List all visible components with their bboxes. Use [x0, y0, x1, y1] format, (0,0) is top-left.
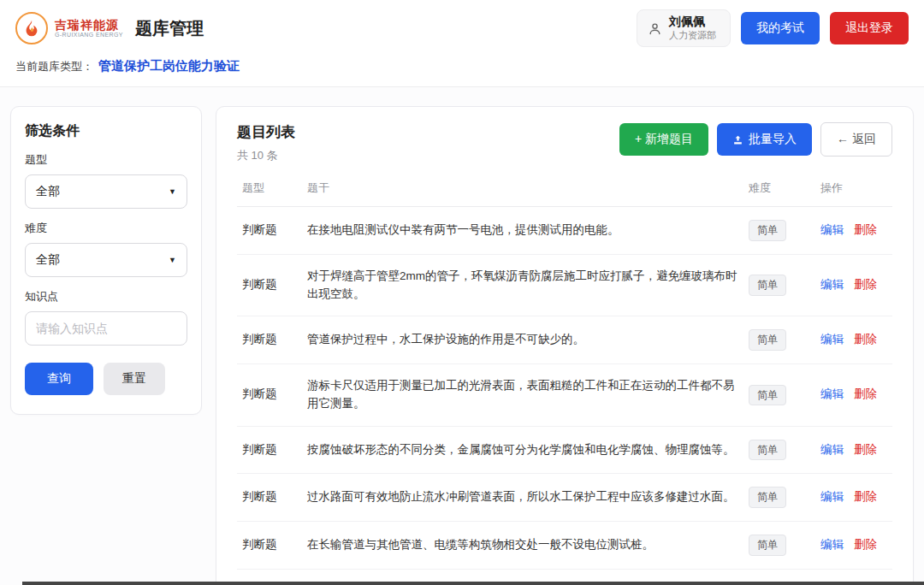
brand-subtitle: G-RUIXIANG ENERGY: [55, 32, 123, 38]
column-header-stem: 题干: [302, 170, 743, 207]
cell-question-type: 判断题: [237, 254, 302, 316]
cell-question-stem: 按腐蚀破坏形态的不同分类，金属腐蚀可分为化学腐蚀和电化学腐蚀、物理腐蚀等。: [302, 426, 743, 474]
batch-import-label: 批量导入: [749, 132, 797, 147]
brand-name: 吉瑞祥能源: [55, 18, 123, 32]
user-department: 人力资源部: [669, 30, 716, 42]
difficulty-badge: 简单: [749, 440, 786, 461]
question-type-selected-value: 全部: [36, 184, 60, 199]
table-row: 判断题 游标卡尺仅适用于测量已加工的光滑表面，表面粗糙的工件和正在运动的工件都不…: [237, 364, 892, 427]
upload-icon: [732, 134, 743, 145]
question-type-select[interactable]: 全部 ▼: [25, 174, 187, 209]
back-button[interactable]: ← 返回: [820, 122, 892, 157]
logout-button[interactable]: 退出登录: [830, 12, 909, 44]
table-row: 判断题 在长输管道与其他管道、电缆等构筑物相交处一般不设电位测试桩。 简单 编辑…: [237, 522, 892, 570]
cell-question-type: 判断题: [237, 474, 302, 522]
delete-link[interactable]: 删除: [854, 387, 877, 400]
column-header-type: 题型: [237, 170, 302, 207]
cell-question-stem: 管道保护过程中，水工保护设施的作用是不可缺少的。: [302, 316, 743, 364]
difficulty-selected-value: 全部: [36, 252, 60, 268]
column-header-difficulty: 难度: [743, 170, 815, 207]
column-header-operations: 操作: [815, 170, 892, 207]
cell-question-stem: 游标卡尺仅适用于测量已加工的光滑表面，表面粗糙的工件和正在运动的工件都不易用它测…: [302, 364, 743, 427]
cell-question-type: 判断题: [237, 522, 302, 570]
page: 吉瑞祥能源 G-RUIXIANG ENERGY 题库管理 刘佩佩 人力资源部 我…: [0, 0, 924, 585]
knowledge-point-label: 知识点: [25, 289, 187, 304]
breadcrumb: 当前题库类型： 管道保护工岗位能力验证: [0, 53, 924, 87]
question-table: 题型 题干 难度 操作 判断题 在接地电阻测试仪中装有两节一号电池，提供测试用的…: [237, 170, 892, 585]
my-exams-button[interactable]: 我的考试: [741, 12, 820, 44]
difficulty-badge: 简单: [749, 275, 786, 296]
knowledge-point-input[interactable]: [25, 311, 187, 346]
list-count: 共 10 条: [237, 148, 295, 163]
window-bottom-edge: [22, 582, 924, 585]
cell-question-type: 判断题: [237, 364, 302, 427]
difficulty-badge: 简单: [749, 220, 786, 241]
flame-logo-icon: [15, 12, 48, 44]
table-row: 判断题 管道保护过程中，水工保护设施的作用是不可缺少的。 简单 编辑删除: [237, 316, 892, 364]
filter-panel: 筛选条件 题型 全部 ▼ 难度 全部 ▼ 知识点 查询 重置: [10, 106, 202, 415]
query-button[interactable]: 查询: [25, 363, 93, 395]
delete-link[interactable]: 删除: [854, 223, 877, 236]
delete-link[interactable]: 删除: [854, 278, 877, 291]
filter-title: 筛选条件: [25, 122, 187, 140]
app-header: 吉瑞祥能源 G-RUIXIANG ENERGY 题库管理 刘佩佩 人力资源部 我…: [0, 0, 924, 53]
brand-logo: 吉瑞祥能源 G-RUIXIANG ENERGY: [15, 12, 123, 44]
reset-button[interactable]: 重置: [104, 363, 165, 395]
add-question-button[interactable]: + 新增题目: [619, 123, 708, 156]
cell-question-type: 判断题: [237, 207, 302, 255]
edit-link[interactable]: 编辑: [820, 443, 844, 456]
delete-link[interactable]: 删除: [854, 490, 877, 503]
list-action-buttons: + 新增题目 批量导入 ← 返回: [619, 122, 892, 157]
difficulty-badge: 简单: [749, 329, 786, 351]
question-table-head: 题型 题干 难度 操作: [237, 170, 892, 207]
header-actions: 刘佩佩 人力资源部 我的考试 退出登录: [637, 9, 909, 46]
cell-question-stem: 对于焊缝高于管壁2mm的管子，环氧煤沥青防腐层施工时应打腻子，避免缠玻璃布时出现…: [302, 254, 743, 316]
chevron-down-icon: ▼: [169, 187, 176, 196]
difficulty-label: 难度: [25, 221, 187, 236]
list-title: 题目列表: [237, 122, 295, 142]
difficulty-badge: 简单: [749, 535, 786, 556]
content-area: 筛选条件 题型 全部 ▼ 难度 全部 ▼ 知识点 查询 重置 题目列表: [0, 87, 924, 585]
delete-link[interactable]: 删除: [854, 333, 877, 346]
breadcrumb-label: 当前题库类型：: [15, 59, 93, 74]
user-info-chip[interactable]: 刘佩佩 人力资源部: [637, 9, 731, 46]
brand-text: 吉瑞祥能源 G-RUIXIANG ENERGY: [55, 18, 123, 38]
table-row: 判断题 在接地电阻测试仪中装有两节一号电池，提供测试用的电能。 简单 编辑删除: [237, 207, 892, 255]
edit-link[interactable]: 编辑: [820, 278, 844, 291]
edit-link[interactable]: 编辑: [820, 223, 844, 236]
delete-link[interactable]: 删除: [854, 538, 877, 551]
question-type-label: 题型: [25, 152, 187, 168]
difficulty-select[interactable]: 全部 ▼: [25, 243, 187, 277]
question-list-panel: 题目列表 共 10 条 + 新增题目 批量导入 ← 返回: [216, 106, 914, 585]
chevron-down-icon: ▼: [169, 256, 176, 264]
page-title: 题库管理: [135, 17, 204, 40]
difficulty-badge: 简单: [749, 385, 786, 406]
cell-question-type: 判断题: [237, 316, 302, 364]
user-name: 刘佩佩: [669, 15, 716, 30]
edit-link[interactable]: 编辑: [820, 333, 844, 346]
user-icon: [648, 21, 662, 36]
list-header: 题目列表 共 10 条 + 新增题目 批量导入 ← 返回: [237, 122, 892, 163]
edit-link[interactable]: 编辑: [820, 387, 844, 400]
question-table-body: 判断题 在接地电阻测试仪中装有两节一号电池，提供测试用的电能。 简单 编辑删除 …: [237, 207, 892, 585]
filter-buttons: 查询 重置: [25, 363, 187, 395]
difficulty-badge: 简单: [749, 487, 786, 508]
delete-link[interactable]: 删除: [854, 443, 877, 456]
cell-question-stem: 过水路面可有效地防止流水冲刷管道表面，所以水工保护工程中应该多修建过水面。: [302, 474, 743, 522]
table-row: 判断题 过水路面可有效地防止流水冲刷管道表面，所以水工保护工程中应该多修建过水面…: [237, 474, 892, 522]
edit-link[interactable]: 编辑: [820, 490, 844, 503]
cell-question-type: 判断题: [237, 426, 302, 474]
cell-question-stem: 在长输管道与其他管道、电缆等构筑物相交处一般不设电位测试桩。: [302, 522, 743, 570]
table-row: 判断题 对于焊缝高于管壁2mm的管子，环氧煤沥青防腐层施工时应打腻子，避免缠玻璃…: [237, 254, 892, 316]
cell-question-stem: 在接地电阻测试仪中装有两节一号电池，提供测试用的电能。: [302, 207, 743, 255]
batch-import-button[interactable]: 批量导入: [717, 123, 812, 156]
edit-link[interactable]: 编辑: [820, 538, 844, 551]
list-title-block: 题目列表 共 10 条: [237, 122, 295, 163]
breadcrumb-value: 管道保护工岗位能力验证: [98, 58, 240, 74]
table-row: 判断题 按腐蚀破坏形态的不同分类，金属腐蚀可分为化学腐蚀和电化学腐蚀、物理腐蚀等…: [237, 426, 892, 474]
